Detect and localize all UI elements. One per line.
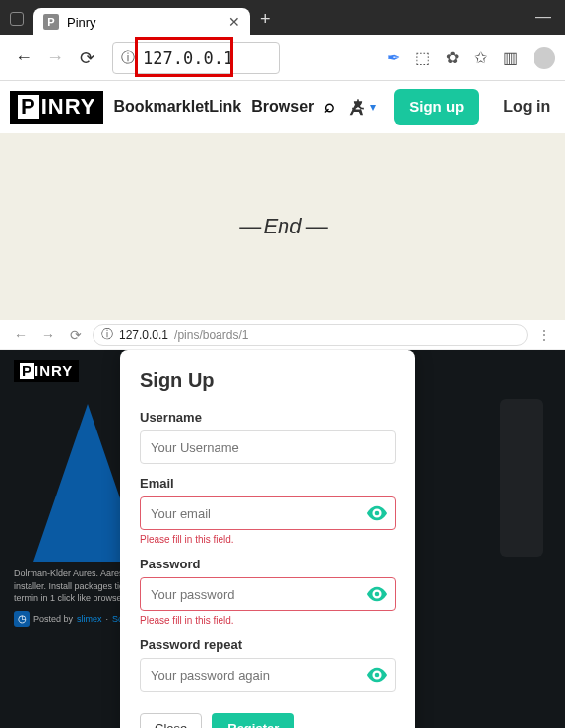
browser-link[interactable]: Browser — [251, 99, 314, 116]
pin-author-link[interactable]: slimex — [77, 614, 102, 624]
mini-url-host: 127.0.0.1 — [119, 328, 168, 342]
address-bar[interactable]: ⓘ 127.0.0.1 — [112, 42, 280, 74]
pinry-logo-small[interactable]: PINRY — [14, 360, 79, 382]
bookmark-icon[interactable]: ✩ — [474, 48, 487, 67]
mini-url-path: /pins/boards/1 — [174, 328, 248, 342]
eye-icon[interactable] — [366, 504, 388, 522]
mini-forward-button[interactable]: → — [37, 327, 59, 343]
bookmarklet-link[interactable]: BookmarkletLink — [113, 99, 241, 116]
signup-modal: Sign Up Username Email Please fill in th… — [120, 350, 415, 728]
extensions-icon[interactable]: ✿ — [446, 48, 459, 67]
password-input[interactable] — [140, 577, 396, 611]
login-link[interactable]: Log in — [503, 99, 550, 116]
mini-site-info-icon[interactable]: ⓘ — [101, 326, 113, 343]
signup-button[interactable]: Sign up — [394, 89, 479, 125]
svg-point-1 — [375, 592, 380, 597]
register-button[interactable]: Register — [212, 713, 294, 728]
tab-title: Pinry — [67, 15, 96, 30]
svg-point-0 — [375, 511, 380, 516]
search-icon[interactable]: ⌕ — [324, 97, 335, 117]
email-input[interactable] — [140, 496, 396, 530]
email-label: Email — [140, 476, 396, 491]
eye-icon[interactable] — [366, 666, 388, 684]
background-panel — [500, 399, 543, 557]
lower-screenshot: ← → ⟳ ⓘ 127.0.0.1/pins/boards/1 ⋮ PINRY … — [0, 320, 565, 728]
username-input[interactable] — [140, 430, 396, 464]
repeat-label: Password repeat — [140, 637, 396, 652]
pinry-logo[interactable]: PINRY — [10, 91, 103, 124]
feather-icon[interactable]: ✒ — [387, 48, 400, 67]
forward-button[interactable]: → — [41, 44, 69, 72]
url-text: 127.0.0.1 — [143, 48, 233, 68]
source-icon: ◷ — [14, 611, 30, 627]
browser-tab[interactable]: P Pinry ✕ — [33, 8, 250, 35]
password-error-text: Please fill in this field. — [140, 615, 396, 626]
minimize-icon[interactable]: — — [535, 8, 551, 26]
chevron-down-icon: ▾ — [370, 100, 376, 114]
browser-toolbar: ← → ⟳ ⓘ 127.0.0.1 ✒ ⬚ ✿ ✩ ▥ — [0, 35, 565, 81]
profile-avatar[interactable] — [534, 47, 555, 69]
modal-title: Sign Up — [140, 369, 396, 392]
language-selector[interactable]: ▾ — [348, 98, 376, 117]
mini-toolbar: ← → ⟳ ⓘ 127.0.0.1/pins/boards/1 ⋮ — [0, 320, 565, 350]
library-icon[interactable]: ▥ — [503, 48, 518, 67]
svg-point-2 — [375, 673, 380, 678]
email-error-text: Please fill in this field. — [140, 534, 396, 545]
favicon: P — [43, 14, 59, 30]
back-button[interactable]: ← — [10, 44, 37, 72]
pinry-header: PINRY BookmarkletLink Browser ⌕ ▾ Sign u… — [0, 81, 565, 133]
repeat-input[interactable] — [140, 658, 396, 692]
mini-back-button[interactable]: ← — [10, 327, 31, 343]
cube-icon[interactable]: ⬚ — [415, 48, 430, 67]
mini-menu-icon[interactable]: ⋮ — [534, 327, 555, 343]
mini-reload-button[interactable]: ⟳ — [65, 327, 87, 343]
new-tab-button[interactable]: + — [250, 9, 281, 35]
eye-icon[interactable] — [366, 585, 388, 603]
mini-address-bar[interactable]: ⓘ 127.0.0.1/pins/boards/1 — [93, 324, 528, 346]
close-tab-icon[interactable]: ✕ — [228, 14, 240, 30]
translate-icon — [348, 98, 368, 117]
username-label: Username — [140, 410, 396, 425]
end-text: — End — — [239, 214, 325, 239]
end-section: — End — — [0, 133, 565, 320]
close-button[interactable]: Close — [140, 713, 202, 728]
browser-tabbar: P Pinry ✕ + — — [0, 0, 565, 35]
site-info-icon[interactable]: ⓘ — [121, 49, 135, 67]
password-label: Password — [140, 557, 396, 571]
reload-button[interactable]: ⟳ — [73, 44, 100, 72]
dark-page: PINRY Dolrman-Klder Aures. Aares is A … … — [0, 350, 565, 728]
tab-list-icon[interactable] — [10, 12, 24, 26]
